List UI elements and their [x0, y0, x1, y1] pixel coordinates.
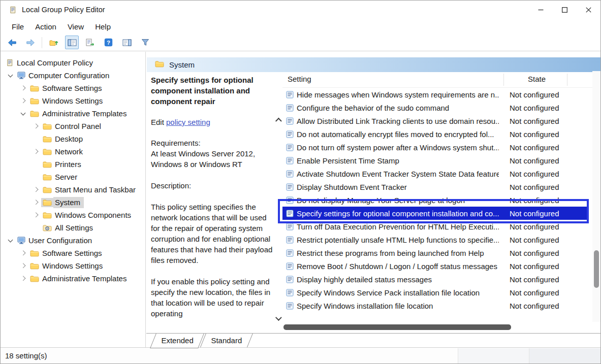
policy-row[interactable]: Hide messages when Windows system requir… [282, 88, 588, 101]
description-scrollbar[interactable] [274, 115, 283, 323]
policy-setting-icon [286, 144, 294, 151]
scroll-down-icon[interactable] [274, 312, 283, 323]
column-divider[interactable] [503, 74, 504, 86]
policy-row[interactable]: Do not automatically encrypt files moved… [282, 127, 588, 141]
policy-row[interactable]: Do not turn off system power after a Win… [282, 141, 588, 154]
back-icon[interactable] [5, 36, 19, 49]
tree-item[interactable]: User Configuration [1, 234, 145, 247]
tree-item[interactable]: Control Panel [1, 120, 145, 133]
list-horizontal-scrollbar[interactable] [283, 324, 511, 330]
menu-item-action[interactable]: Action [29, 22, 62, 31]
tab-extended[interactable]: Extended [150, 334, 204, 348]
expander-icon[interactable] [17, 264, 28, 268]
policy-row[interactable]: Allow Distributed Link Tracking clients … [282, 114, 588, 127]
expander-icon[interactable] [17, 99, 28, 103]
tree-item[interactable]: Desktop [1, 133, 145, 145]
policy-setting-name: Hide messages when Windows system requir… [297, 90, 499, 99]
policy-row[interactable]: Do not display Manage Your Server page a… [282, 193, 588, 207]
expander-icon[interactable] [17, 86, 28, 90]
policy-row[interactable]: Display highly detailed status messages … [282, 273, 588, 286]
description-panel: Specify settings for optional component … [151, 75, 273, 332]
policy-row[interactable]: Specify settings for optional component … [282, 207, 588, 220]
expander-icon[interactable] [17, 251, 28, 255]
policy-row[interactable]: Enable Persistent Time Stamp Not configu… [282, 154, 588, 167]
expander-icon[interactable] [5, 240, 16, 242]
policy-list: Setting State Hide messages when Windows… [282, 71, 592, 322]
expander-icon[interactable] [17, 277, 28, 280]
tree-item[interactable]: Computer Configuration [1, 69, 145, 82]
policy-setting-icon [286, 117, 294, 125]
tree-item-label: Administrative Templates [41, 273, 130, 284]
minimize-icon[interactable] [529, 1, 553, 19]
local-group-policy-editor-window: Local Group Policy Editor FileActionView… [0, 0, 601, 364]
tree-item[interactable]: Start Menu and Taskbar [1, 183, 145, 196]
tab-standard[interactable]: Standard [200, 334, 254, 348]
expander-icon[interactable] [5, 75, 16, 77]
policy-row[interactable]: Restrict potentially unsafe HTML Help fu… [282, 233, 588, 246]
column-header-setting[interactable]: Setting [288, 75, 311, 83]
main-area: Local Computer Policy Computer Configura… [1, 52, 600, 347]
scroll-up-icon[interactable] [274, 115, 283, 126]
expander-icon[interactable] [30, 124, 41, 128]
menu-item-file[interactable]: File [6, 22, 29, 31]
column-header-state[interactable]: State [528, 75, 546, 83]
tree-item[interactable]: Network [1, 145, 145, 158]
policy-row[interactable]: Configure the behavior of the sudo comma… [282, 101, 588, 114]
expander-icon[interactable] [30, 201, 41, 204]
policy-row[interactable]: Remove Boot / Shutdown / Logon / Logoff … [282, 259, 588, 273]
help-icon[interactable]: ? [102, 36, 115, 49]
computer-icon [16, 71, 27, 80]
policy-setting-name: Restrict potentially unsafe HTML Help fu… [297, 236, 499, 244]
policy-setting-icon [286, 91, 294, 98]
policy-setting-name: Specify Windows installation file locati… [297, 302, 433, 310]
tree-item-label: Windows Components [53, 210, 135, 221]
up-one-level-icon[interactable] [47, 36, 60, 49]
tree-item[interactable]: Administrative Templates [1, 272, 145, 285]
tree-item[interactable]: Software Settings [1, 82, 145, 94]
expander-icon[interactable] [30, 150, 41, 153]
policy-row[interactable]: Specify Windows installation file locati… [282, 299, 588, 312]
folder-icon [41, 198, 53, 207]
show-hide-action-pane-icon[interactable] [120, 36, 134, 49]
tree-item[interactable]: Server [1, 171, 145, 183]
tree-item[interactable]: Printers [1, 158, 145, 171]
folder-icon [28, 96, 41, 106]
forward-icon[interactable] [23, 36, 37, 49]
tree-item[interactable]: Administrative Templates [1, 107, 145, 120]
expander-icon[interactable] [30, 213, 41, 217]
menu-item-view[interactable]: View [62, 22, 89, 31]
policy-setting-icon [286, 223, 294, 230]
tree-item[interactable]: Windows Settings [1, 94, 145, 107]
edit-policy-setting-link[interactable]: policy setting [166, 118, 210, 126]
policy-state: Not configured [510, 143, 559, 152]
category-title: System [169, 60, 195, 69]
filter-icon[interactable] [138, 36, 152, 49]
tree-item[interactable]: Local Computer Policy [1, 56, 145, 69]
menu-item-help[interactable]: Help [89, 22, 116, 31]
tree-item[interactable]: Windows Components [1, 209, 145, 221]
policy-row[interactable]: Display Shutdown Event Tracker Not confi… [282, 180, 588, 193]
policy-state: Not configured [510, 288, 559, 297]
tree-item[interactable]: Software Settings [1, 247, 145, 259]
policy-row[interactable]: Restrict these programs from being launc… [282, 246, 588, 259]
description-paragraph-2: If you enable this policy setting and sp… [151, 276, 273, 319]
maximize-icon[interactable] [553, 1, 577, 19]
scrollbar-thumb[interactable] [594, 250, 599, 288]
tree-item[interactable]: System [1, 196, 145, 209]
column-divider[interactable] [567, 74, 567, 86]
tree-item[interactable]: All Settings [1, 221, 145, 234]
tree-item[interactable]: Windows Settings [1, 259, 145, 272]
expander-icon[interactable] [30, 188, 41, 191]
policy-row[interactable]: Activate Shutdown Event Tracker System S… [282, 167, 588, 180]
list-vertical-scrollbar[interactable] [592, 71, 600, 322]
show-hide-console-tree-icon[interactable] [65, 36, 79, 49]
close-icon[interactable] [577, 1, 600, 19]
tree-item-label: Windows Settings [41, 260, 106, 272]
policy-setting-name: Allow Distributed Link Tracking clients … [297, 117, 499, 125]
export-list-icon[interactable] [83, 36, 97, 49]
policy-row[interactable]: Specify Windows Service Pack installatio… [282, 286, 588, 299]
expander-icon[interactable] [17, 113, 28, 115]
all-settings-icon [41, 223, 53, 233]
folder-icon [28, 261, 41, 271]
policy-row[interactable]: Turn off Data Execution Prevention for H… [282, 220, 588, 233]
